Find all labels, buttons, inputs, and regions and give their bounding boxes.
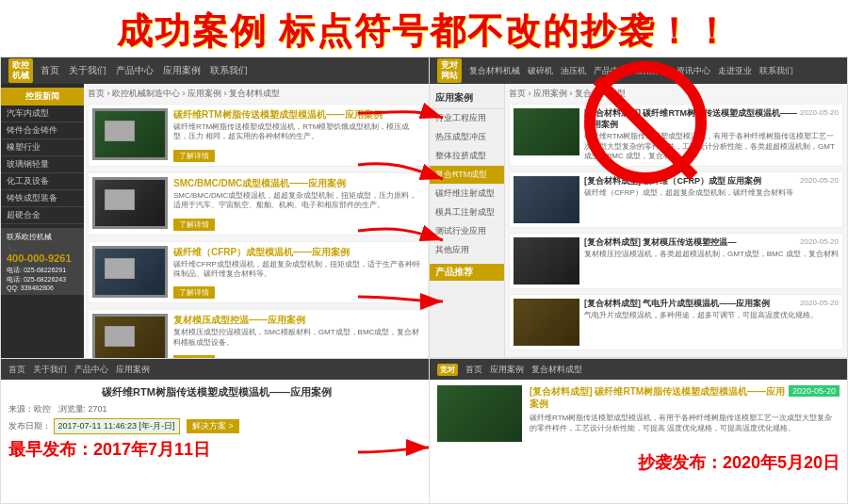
right-case-3: 2020-05-20 [复合材料成型] 复材模压传送模塑控温— 复材模压控温模温… <box>509 233 843 289</box>
bottom-right-nav: 竞对 首页 应用案例 复合材料成型 <box>430 359 847 380</box>
case-title-4: 复材模压成型控温——应用案例 <box>173 314 424 326</box>
bottom-date-highlight: 2017-07-11 11:46:23 [年-月-日] <box>54 418 180 434</box>
case-btn-1[interactable]: 了解详情 <box>173 150 215 162</box>
bottom-nav-home[interactable]: 首页 <box>8 364 25 376</box>
right-logo: 竞对网站 <box>437 58 462 83</box>
case-card-2: SMC/BMC/DMC成型模温机——应用案例 SMC/BMC/DMC成型模温机，… <box>88 172 429 236</box>
right-sidebar: 应用案例 行业工程应用 热压成型冲压 整体拉挤成型 复合RTM成型 碳纤维注射成… <box>430 84 505 357</box>
right-case-date-2: 2020-05-20 <box>800 176 839 185</box>
bottom-right-nav-home[interactable]: 首页 <box>465 364 482 376</box>
products-label: 产品推荐 <box>430 264 504 281</box>
bottom-nav-about[interactable]: 关于我们 <box>33 364 67 376</box>
case-btn-2[interactable]: 了解详情 <box>173 219 215 231</box>
case-desc-3: 碳纤维CFRP成型模温机，超超复杂成型机制，扭矩成型，适于生产各种特殊制品、碳纤… <box>173 260 424 280</box>
right-sidebar-item-3[interactable]: 整体拉挤成型 <box>430 147 504 166</box>
bottom-right-thumb <box>437 385 522 442</box>
bottom-nav-cases[interactable]: 应用案例 <box>116 364 150 376</box>
right-nav-1[interactable]: 复合材料机械 <box>469 65 520 77</box>
bottom-right-nav-cases[interactable]: 应用案例 <box>490 364 524 376</box>
sidebar-contact: 联系欧控机械 📞 400-000-9261 电话: 025-68226291 电… <box>1 228 84 295</box>
bottom-right-desc: 碳纤维RTM树脂传送模塑成型模温机，有用于各种纤维树脂传送模塑工艺一次成型大型复… <box>530 413 840 433</box>
bottom-solution-btn[interactable]: 解决方案 > <box>187 419 239 433</box>
bottom-views: 浏览量: 2701 <box>58 404 107 414</box>
right-thumb-2 <box>514 176 579 223</box>
case-info-2: SMC/BMC/DMC成型模温机——应用案例 SMC/BMC/DMC成型模温机，… <box>173 177 424 231</box>
right-nav-7[interactable]: 走进亚业 <box>718 65 752 77</box>
case-card-3: 碳纤维（CFRP）成型模温机——应用案例 碳纤维CFRP成型模温机，超超复杂成型… <box>88 241 429 304</box>
right-sidebar-item-6[interactable]: 模具工注射成型 <box>430 203 504 222</box>
right-sidebar-item-2[interactable]: 热压成型冲压 <box>430 128 504 147</box>
right-nav-8[interactable]: 联系我们 <box>759 65 793 77</box>
right-sidebar-title: 应用案例 <box>430 88 504 109</box>
nav-contact[interactable]: 联系我们 <box>210 64 248 77</box>
case-desc-2: SMC/BMC/DMC成型模温机，超超复杂成型机制，扭矩成型，压力原料，适用于汽… <box>173 191 424 211</box>
sidebar-section: 控股新闻 汽车内成型 铸件合金铸件 橡塑行业 玻璃钢轻量 化工及设备 铸铁成型装… <box>1 88 84 224</box>
sidebar-item-2[interactable]: 铸件合金铸件 <box>1 122 84 139</box>
case-info-3: 碳纤维（CFRP）成型模温机——应用案例 碳纤维CFRP成型模温机，超超复杂成型… <box>173 246 424 300</box>
right-case-1: 2020-05-20 [复合材料成型] 碳纤维RTM树脂传送模塑成型模温机——应… <box>509 104 843 167</box>
right-sidebar-item-7[interactable]: 测试行业应用 <box>430 222 504 241</box>
left-nav: 欧控机械 首页 关于我们 产品中心 应用案例 联系我们 <box>1 57 432 84</box>
case-thumb-3 <box>92 246 168 298</box>
case-title-2: SMC/BMC/DMC成型模温机——应用案例 <box>173 177 424 189</box>
right-case-info-1: 2020-05-20 [复合材料成型] 碳纤维RTM树脂传送模塑成型模温机——应… <box>584 108 839 162</box>
right-nav-6[interactable]: 资讯中心 <box>677 65 710 77</box>
right-nav: 竞对网站 复合材料机械 破碎机 油压机 产品中心 应用案例 资讯中心 走进亚业 … <box>430 57 847 84</box>
right-case-date-4: 2020-05-20 <box>800 299 839 307</box>
phone-number: 400-000-9261 <box>7 252 78 264</box>
bottom-right-piracy-label: 抄袭发布：2020年5月20日 <box>430 447 847 474</box>
bottom-earliest-label: 最早发布：2017年7月11日 <box>8 438 425 461</box>
bottom-content: 碳纤维RTM树脂传送模塑成型模温机——应用案例 来源：欧控 浏览量: 2701 … <box>1 380 432 466</box>
right-case-desc-1: 碳纤维RTM树脂传送模塑成型模温机，有用于各种纤维树脂传送模塑工艺一次成型大型复… <box>584 132 839 161</box>
bottom-right-info: 2020-05-20 [复合材料成型] 碳纤维RTM树脂传送模塑成型模温机——应… <box>530 385 840 442</box>
case-btn-3[interactable]: 了解详情 <box>173 286 215 299</box>
case-thumb-2 <box>92 177 168 229</box>
right-sidebar-item-5[interactable]: 碳纤维注射成型 <box>430 185 504 203</box>
case-title-3: 碳纤维（CFRP）成型模温机——应用案例 <box>173 246 424 258</box>
nav-cases[interactable]: 应用案例 <box>163 64 201 77</box>
sidebar-item-1[interactable]: 汽车内成型 <box>1 106 84 122</box>
nav-products[interactable]: 产品中心 <box>116 64 154 77</box>
right-case-info-4: 2020-05-20 [复合材料成型] 气电升片成型模温机——应用案例 气电升片… <box>584 299 839 346</box>
right-nav-4[interactable]: 产品中心 <box>594 65 628 77</box>
right-nav-5[interactable]: 应用案例 <box>635 65 669 77</box>
right-case-desc-2: 碳纤维（CFRP）成型，超超复杂成型机制，碳纤维复合材料等 <box>584 188 839 198</box>
bottom-right-content: 2020-05-20 [复合材料成型] 碳纤维RTM树脂传送模塑成型模温机——应… <box>430 380 847 447</box>
left-logo: 欧控机械 <box>8 58 33 83</box>
left-breadcrumb: 首页 › 欧控机械制造中心 › 应用案例 › 复合材料成型 <box>88 88 429 100</box>
sidebar-item-3[interactable]: 橡塑行业 <box>1 139 84 156</box>
right-case-desc-4: 气电升片成型模温机，多种用途，超多可调节，可提高温度优化规格。 <box>584 311 839 320</box>
sidebar-item-4[interactable]: 玻璃钢轻量 <box>1 156 84 173</box>
bottom-nav-products[interactable]: 产品中心 <box>74 364 108 376</box>
bottom-right-panel: 竞对 首页 应用案例 复合材料成型 2020-05-20 [复合材料成型] 碳纤… <box>429 358 848 504</box>
right-sidebar-item-4[interactable]: 复合RTM成型 <box>430 166 504 185</box>
bottom-date-row: 发布日期： 2017-07-11 11:46:23 [年-月-日] 解决方案 > <box>8 418 425 434</box>
right-sidebar-item-8[interactable]: 其他应用 <box>430 241 504 260</box>
bottom-article-title: 碳纤维RTM树脂传送模塑成型模温机——应用案例 <box>8 385 425 399</box>
bottom-date-label: 发布日期： <box>8 421 51 431</box>
right-nav-2[interactable]: 破碎机 <box>528 65 553 77</box>
right-case-desc-3: 复材模压控温模温机，各类超超模温机制，GMT成型，BMC 成型，复合材料 <box>584 250 839 259</box>
case-desc-4: 复材模压成型控温模温机，SMC模板材料，GMT成型，BMC成型，复合材料模板成型… <box>173 328 424 348</box>
right-sidebar-item-1[interactable]: 行业工程应用 <box>430 109 504 128</box>
contact-tel2: 电话: 025-68226243 <box>7 275 78 285</box>
right-case-date-1: 2020-05-20 <box>800 108 839 117</box>
bottom-left-nav: 首页 关于我们 产品中心 应用案例 <box>1 359 432 380</box>
nav-home[interactable]: 首页 <box>41 64 59 77</box>
bottom-meta: 来源：欧控 浏览量: 2701 <box>8 403 425 415</box>
right-case-2: 2020-05-20 [复合材料成型] 碳纤维（CFRP）成型 应用案例 碳纤维… <box>509 171 843 228</box>
bottom-right-title-row: 2020-05-20 [复合材料成型] 碳纤维RTM树脂传送模塑成型模温机——应… <box>530 385 840 410</box>
right-nav-3[interactable]: 油压机 <box>561 65 586 77</box>
nav-about[interactable]: 关于我们 <box>69 64 106 77</box>
sidebar-item-5[interactable]: 化工及设备 <box>1 173 84 190</box>
case-thumb-1 <box>92 108 168 160</box>
right-case-4: 2020-05-20 [复合材料成型] 气电升片成型模温机——应用案例 气电升片… <box>509 294 843 350</box>
left-nav-links: 首页 关于我们 产品中心 应用案例 联系我们 <box>41 64 248 77</box>
bottom-right-nav-type[interactable]: 复合材料成型 <box>531 364 582 376</box>
bottom-author: 来源：欧控 <box>8 404 51 414</box>
sidebar-item-6[interactable]: 铸铁成型装备 <box>1 190 84 207</box>
sidebar-item-7[interactable]: 超硬合金 <box>1 207 84 224</box>
right-case-date-3: 2020-05-20 <box>800 237 839 246</box>
case-desc-1: 碳纤维RTM树脂传送模塑成型模温机，RTM模塑饥饿成型机制，模压成型，压力 相同… <box>173 122 424 142</box>
page-title: 成功案例 标点符号都不改的抄袭！！ <box>117 11 732 51</box>
